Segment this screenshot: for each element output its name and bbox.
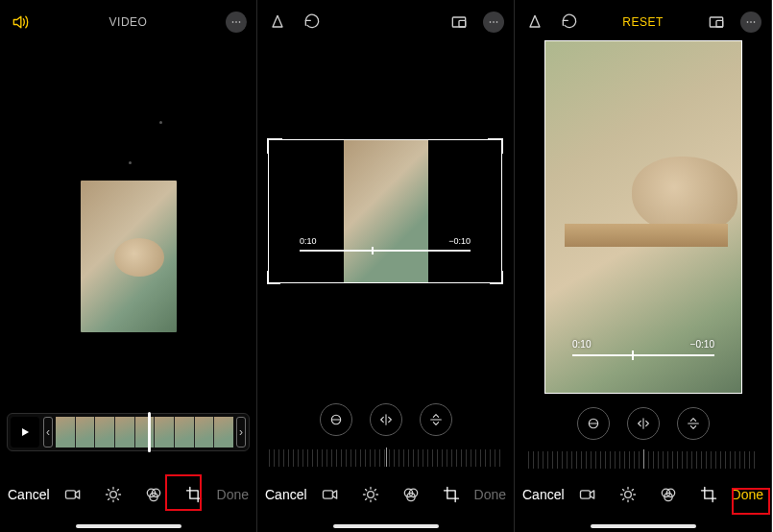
bottom-bar: Cancel Done (515, 474, 771, 532)
svg-point-0 (232, 21, 234, 23)
trim-time-left: 0:10 (572, 339, 591, 350)
svg-rect-25 (580, 491, 590, 498)
svg-rect-20 (716, 20, 723, 27)
done-button[interactable]: Done (732, 487, 763, 502)
editor-step-3: RESET 0:10 −0:10 Cancel Done (515, 0, 772, 532)
flip-vertical-button[interactable] (420, 403, 452, 436)
rotate-controls (515, 407, 771, 440)
edit-mode-tabs (565, 485, 732, 504)
rotate-icon[interactable] (559, 12, 580, 33)
svg-point-10 (490, 21, 492, 23)
editor-step-2: 0:10 −0:10 Cancel Done (257, 0, 515, 532)
done-button[interactable]: Done (217, 487, 249, 502)
angle-ruler[interactable] (269, 449, 502, 467)
more-menu-icon[interactable] (226, 12, 247, 33)
preview-subject (114, 238, 164, 277)
adjust-tab-icon[interactable] (618, 485, 638, 504)
crop-tab-icon[interactable] (442, 485, 461, 504)
angle-ruler[interactable] (528, 451, 758, 469)
skew-icon[interactable] (267, 12, 288, 33)
svg-rect-3 (65, 491, 75, 498)
video-preview[interactable] (81, 181, 177, 332)
crop-tab-icon[interactable] (184, 485, 204, 504)
filters-tab-icon[interactable] (401, 485, 421, 504)
play-button[interactable] (11, 417, 39, 447)
svg-point-4 (109, 492, 116, 498)
edit-mode-tabs (307, 485, 474, 504)
trim-slider[interactable] (300, 250, 471, 252)
filters-tab-icon[interactable] (659, 485, 678, 504)
preview-subject (632, 157, 737, 233)
video-tab-icon[interactable] (63, 485, 83, 504)
video-tab-icon[interactable] (578, 485, 597, 504)
svg-point-26 (624, 492, 631, 498)
aspect-ratio-icon[interactable] (706, 12, 727, 33)
adjust-point-icon (159, 121, 162, 124)
sound-icon[interactable] (10, 12, 31, 33)
straighten-button[interactable] (577, 407, 610, 440)
mode-title: VIDEO (0, 15, 256, 29)
crop-tab-icon[interactable] (699, 485, 718, 504)
preview-prop (565, 224, 728, 247)
flip-horizontal-button[interactable] (627, 407, 660, 440)
svg-point-15 (367, 492, 374, 498)
home-indicator (333, 524, 439, 528)
video-tab-icon[interactable] (321, 485, 340, 504)
svg-point-11 (493, 21, 495, 23)
home-indicator (76, 524, 181, 528)
trim-time-labels: 0:10 −0:10 (572, 339, 714, 350)
edit-mode-tabs (50, 485, 217, 504)
svg-rect-14 (323, 491, 332, 498)
adjust-tab-icon[interactable] (361, 485, 380, 504)
flip-horizontal-button[interactable] (370, 403, 402, 436)
svg-point-21 (747, 21, 749, 23)
aspect-ratio-icon[interactable] (448, 12, 470, 33)
cancel-button[interactable]: Cancel (8, 487, 50, 502)
filters-tab-icon[interactable] (144, 485, 163, 504)
more-menu-icon[interactable] (483, 12, 504, 33)
video-timeline[interactable]: ‹ › (7, 413, 250, 451)
crop-frame[interactable]: 0:10 −0:10 (544, 40, 742, 394)
svg-point-2 (239, 21, 241, 23)
svg-point-12 (496, 21, 498, 23)
adjust-tab-icon[interactable] (104, 485, 123, 504)
trim-time-right: −0:10 (448, 236, 471, 246)
flip-vertical-button[interactable] (677, 407, 710, 440)
playhead[interactable] (148, 412, 151, 452)
rotate-icon[interactable] (302, 12, 323, 33)
rotate-controls (257, 403, 514, 436)
trim-time-right: −0:10 (690, 339, 714, 350)
timeline-frames[interactable] (56, 417, 233, 447)
top-bar: VIDEO (0, 0, 256, 44)
cancel-button[interactable]: Cancel (522, 487, 565, 502)
cancel-button[interactable]: Cancel (265, 487, 307, 502)
trim-slider[interactable] (572, 354, 714, 356)
top-bar: RESET (515, 0, 771, 44)
trim-handle-right[interactable]: › (236, 417, 246, 447)
svg-point-1 (235, 21, 237, 23)
top-bar (257, 0, 514, 44)
editor-step-1: VIDEO ‹ › Cancel Done (0, 0, 257, 532)
trim-time-left: 0:10 (300, 236, 317, 246)
skew-icon[interactable] (524, 12, 545, 33)
done-button[interactable]: Done (474, 487, 506, 502)
crop-frame[interactable]: 0:10 −0:10 (268, 139, 502, 283)
straighten-button[interactable] (320, 403, 352, 436)
adjust-point-icon (129, 161, 132, 164)
more-menu-icon[interactable] (740, 12, 761, 33)
svg-point-23 (754, 21, 756, 23)
trim-handle-left[interactable]: ‹ (43, 417, 53, 447)
svg-point-22 (750, 21, 752, 23)
crop-preview (344, 140, 428, 282)
trim-time-labels: 0:10 −0:10 (300, 236, 471, 246)
svg-rect-9 (459, 20, 466, 27)
bottom-bar: Cancel Done (257, 474, 514, 532)
home-indicator (591, 524, 696, 528)
bottom-bar: Cancel Done (0, 474, 256, 532)
